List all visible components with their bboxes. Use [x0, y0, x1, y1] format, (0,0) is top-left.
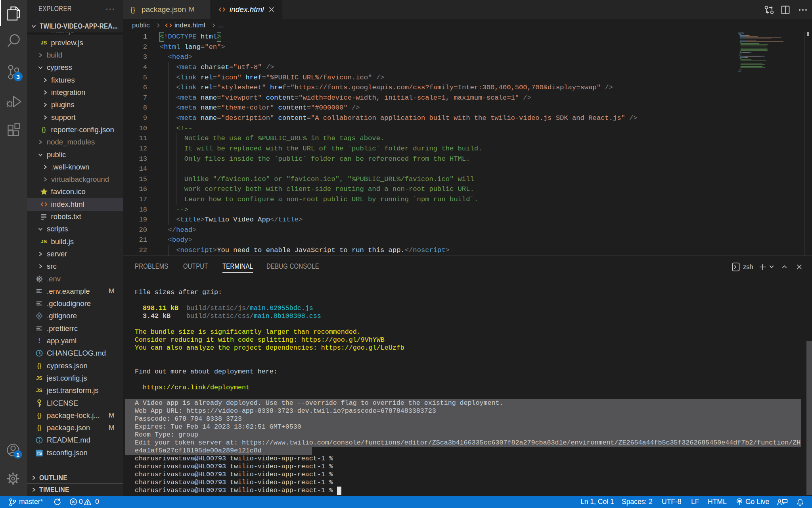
svg-text:1: 1 [16, 452, 19, 458]
svg-text:TS: TS [36, 450, 42, 455]
svg-text:3: 3 [16, 73, 20, 80]
